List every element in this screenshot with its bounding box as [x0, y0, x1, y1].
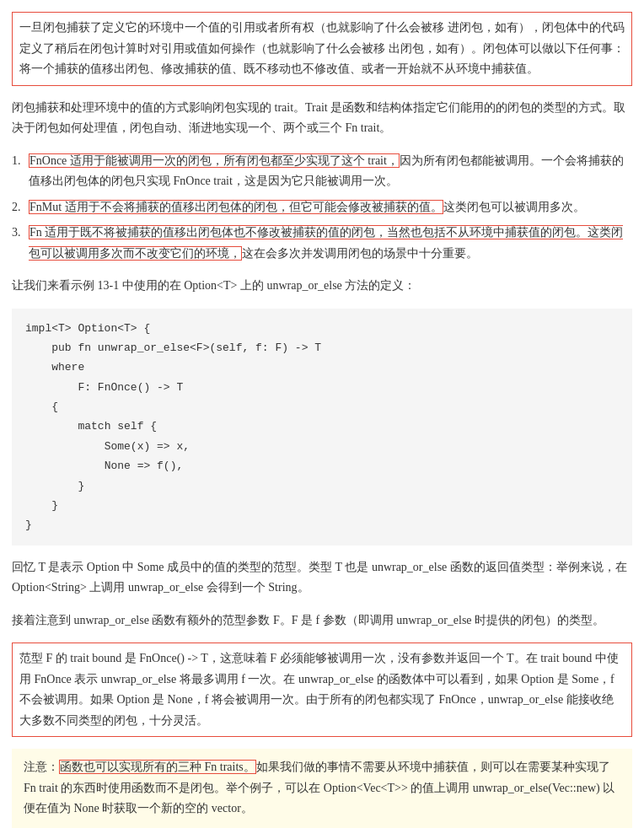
- fn-highlight: Fn 适用于既不将被捕获的值移出闭包体也不修改被捕获的值的闭包，当然也包括不从环…: [29, 225, 623, 261]
- list-item-fnonce: 1. FnOnce 适用于能被调用一次的闭包，所有闭包都至少实现了这个 trai…: [12, 151, 632, 192]
- bound-text: 范型 F 的 trait bound 是 FnOnce() -> T，这意味着 …: [19, 652, 619, 727]
- note-box: 注意：函数也可以实现所有的三种 Fn traits。如果我们做的事情不需要从环境…: [12, 749, 632, 828]
- list-num-2: 2.: [12, 197, 29, 218]
- bound-paragraph: 范型 F 的 trait bound 是 FnOnce() -> T，这意味着 …: [12, 643, 632, 737]
- fnonce-highlight: FnOnce 适用于能被调用一次的闭包，所有闭包都至少实现了这个 trait，: [29, 153, 400, 168]
- main-content: 一旦闭包捕获了定义它的环境中一个值的引用或者所有权（也就影响了什么会被移 进闭包…: [12, 8, 632, 828]
- type-text: 回忆 T 是表示 Option 中 Some 成员中的值的类型的范型。类型 T …: [12, 561, 627, 594]
- code-brace-close-fn: }: [51, 499, 58, 512]
- list-item-fn: 3. Fn 适用于既不将被捕获的值移出闭包体也不修改被捕获的值的闭包，当然也包括…: [12, 223, 632, 264]
- code-line-1: impl<T> Option<T> {: [25, 322, 150, 335]
- code-some-arm: Some(x) => x,: [105, 440, 190, 453]
- trait-text: 闭包捕获和处理环境中的值的方式影响闭包实现的 trait。Trait 是函数和结…: [12, 101, 625, 135]
- list-text-1: FnOnce 适用于能被调用一次的闭包，所有闭包都至少实现了这个 trait，因…: [29, 151, 632, 192]
- code-match-self: match self {: [78, 420, 157, 433]
- fn-traits-list: 1. FnOnce 适用于能被调用一次的闭包，所有闭包都至少实现了这个 trai…: [12, 151, 632, 265]
- type-paragraph: 回忆 T 是表示 Option 中 Some 成员中的值的类型的范型。类型 T …: [12, 557, 632, 599]
- code-block: impl<T> Option<T> { pub fn unwrap_or_els…: [12, 309, 632, 546]
- trait-paragraph: 闭包捕获和处理环境中的值的方式影响闭包实现的 trait。Trait 是函数和结…: [12, 98, 632, 139]
- param-paragraph: 接着注意到 unwrap_or_else 函数有额外的范型参数 F。F 是 f …: [12, 610, 632, 632]
- code-line-4: F: FnOnce() -> T: [78, 381, 183, 394]
- list-item-fnmut: 2. FnMut 适用于不会将捕获的值移出闭包体的闭包，但它可能会修改被捕获的值…: [12, 197, 632, 218]
- note-text: 注意：函数也可以实现所有的三种 Fn traits。如果我们做的事情不需要从环境…: [24, 760, 614, 815]
- list-text-3: Fn 适用于既不将被捕获的值移出闭包体也不修改被捕获的值的闭包，当然也包括不从环…: [29, 223, 632, 264]
- intro-paragraph: 一旦闭包捕获了定义它的环境中一个值的引用或者所有权（也就影响了什么会被移 进闭包…: [12, 12, 632, 86]
- example-intro-text: 让我们来看示例 13-1 中使用的在 Option<T> 上的 unwrap_o…: [12, 279, 416, 292]
- code-brace-close-inner: }: [78, 480, 84, 492]
- param-text: 接着注意到 unwrap_or_else 函数有额外的范型参数 F。F 是 f …: [12, 614, 604, 626]
- example-intro-paragraph: 让我们来看示例 13-1 中使用的在 Option<T> 上的 unwrap_o…: [12, 276, 632, 297]
- code-line-2: pub fn unwrap_or_else<F>(self, f: F) -> …: [51, 341, 321, 354]
- code-line-3: where: [51, 361, 84, 374]
- list-num-1: 1.: [12, 151, 29, 172]
- fnmut-highlight: FnMut 适用于不会将捕获的值移出闭包体的闭包，但它可能会修改被捕获的值。: [29, 200, 443, 214]
- list-text-2: FnMut 适用于不会将捕获的值移出闭包体的闭包，但它可能会修改被捕获的值。这类…: [29, 197, 632, 218]
- intro-text: 一旦闭包捕获了定义它的环境中一个值的引用或者所有权（也就影响了什么会被移 进闭包…: [19, 21, 625, 75]
- code-none-arm: None => f(),: [105, 460, 184, 472]
- code-line-5: {: [51, 401, 58, 413]
- list-num-3: 3.: [12, 223, 29, 244]
- note-highlight: 函数也可以实现所有的三种 Fn traits。: [59, 760, 256, 774]
- code-brace-close-impl: }: [25, 519, 32, 531]
